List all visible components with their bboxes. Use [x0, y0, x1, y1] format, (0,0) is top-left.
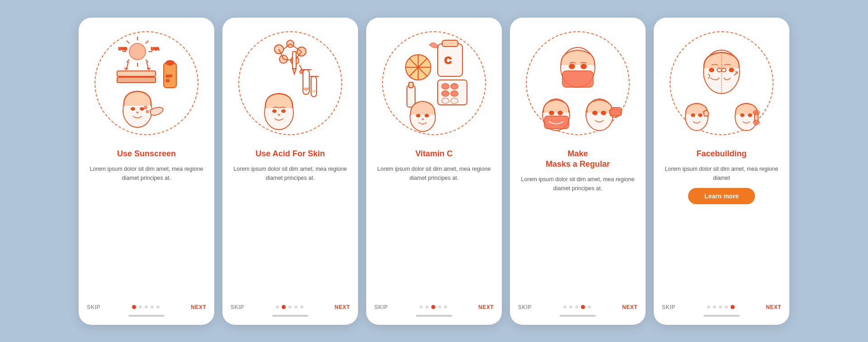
svg-point-22 [144, 106, 147, 109]
svg-point-42 [273, 110, 276, 112]
dot-4-active [581, 305, 585, 309]
illustration-area-5 [654, 18, 789, 149]
illustration-facebuilding [667, 27, 776, 144]
dots-3 [420, 305, 447, 309]
content-area-2: Use Acid For Skin Lorem ipsum dolor sit … [222, 149, 358, 300]
next-button-4[interactable]: NEXT [622, 304, 637, 310]
svg-point-53 [451, 98, 458, 103]
svg-point-78 [709, 68, 714, 72]
skip-button-2[interactable]: SKIP [231, 304, 244, 310]
card-body-2: Lorem ipsum dolor sit dim amet, mea regi… [232, 164, 348, 183]
dots-5 [707, 305, 735, 309]
illustration-area-1: UVB UVA SPF 50 [79, 18, 214, 149]
svg-point-48 [442, 84, 449, 89]
svg-point-49 [451, 84, 458, 89]
illustration-acid [236, 27, 344, 144]
dot-3-2 [425, 305, 429, 309]
svg-rect-14 [117, 77, 156, 83]
svg-text:C: C [444, 55, 452, 66]
dot-1-2 [139, 305, 142, 309]
svg-rect-39 [292, 52, 296, 69]
svg-rect-36 [311, 76, 316, 97]
content-area-3: Vitamin C Lorem ipsum dolor sit dim amet… [366, 149, 502, 300]
svg-line-7 [146, 41, 148, 43]
illustration-masks [524, 27, 632, 144]
learn-more-button[interactable]: Learn more [688, 188, 755, 204]
dot-1-4 [151, 305, 154, 309]
svg-line-5 [127, 41, 129, 43]
svg-rect-60 [409, 82, 413, 88]
illustration-sunscreen: UVB UVA SPF 50 [92, 27, 201, 144]
skip-button-3[interactable]: SKIP [374, 304, 388, 310]
content-area-1: Use Sunscreen Lorem ipsum dolor sit dim … [79, 149, 214, 300]
svg-point-73 [593, 111, 597, 115]
svg-point-0 [129, 43, 146, 60]
dot-1-3 [145, 305, 148, 309]
bottom-bar-4 [560, 315, 596, 317]
dot-5-1 [707, 305, 710, 309]
svg-point-84 [691, 114, 695, 117]
svg-point-21 [140, 108, 144, 110]
card-title-1: Use Sunscreen [117, 149, 176, 159]
screen-5: Facebuilding Lorem ipsum dolor sit dim a… [654, 18, 789, 325]
svg-rect-71 [544, 116, 569, 129]
skip-button-4[interactable]: SKIP [518, 304, 532, 310]
card-body-1: Lorem ipsum dolor sit dim amet, mea regi… [89, 164, 204, 183]
next-button-1[interactable]: NEXT [191, 304, 206, 310]
svg-point-81 [729, 68, 734, 72]
svg-text:SPF: SPF [166, 75, 172, 78]
screens-container: UVB UVA SPF 50 [79, 18, 789, 325]
dot-3-5 [444, 305, 447, 309]
nav-bar-1: SKIP NEXT [79, 300, 214, 310]
svg-point-90 [753, 110, 760, 115]
illustration-vitaminc: C [380, 27, 488, 144]
svg-rect-65 [562, 71, 593, 87]
svg-point-52 [442, 98, 449, 103]
skip-button-1[interactable]: SKIP [87, 304, 100, 310]
svg-point-74 [601, 111, 606, 115]
next-button-2[interactable]: NEXT [335, 304, 350, 310]
next-button-5[interactable]: NEXT [766, 304, 781, 310]
dot-5-3 [719, 305, 722, 309]
card-title-5: Facebuilding [696, 149, 746, 159]
illustration-area-2 [222, 18, 358, 149]
dot-3-active [431, 305, 435, 309]
dot-2-5 [300, 305, 303, 309]
dot-2-1 [276, 305, 279, 309]
dots-4 [563, 305, 591, 309]
dot-2-3 [288, 305, 292, 309]
illustration-area-4 [510, 18, 646, 149]
screen-4: Make Masks a Regular Lorem ipsum dolor s… [510, 18, 646, 325]
svg-point-38 [300, 70, 303, 74]
svg-point-51 [451, 91, 458, 96]
svg-point-16 [166, 61, 174, 65]
bottom-bar-2 [272, 315, 308, 317]
svg-text:UVA: UVA [151, 47, 160, 51]
dot-4-2 [569, 305, 572, 309]
svg-text:50: 50 [166, 79, 170, 82]
svg-point-70 [558, 111, 562, 115]
svg-rect-13 [117, 71, 156, 76]
svg-rect-59 [407, 85, 415, 107]
next-button-3[interactable]: NEXT [478, 304, 494, 310]
dot-1-active [132, 305, 136, 309]
svg-point-23 [146, 110, 149, 112]
nav-bar-4: SKIP NEXT [510, 300, 646, 310]
svg-point-87 [741, 114, 744, 117]
content-area-4: Make Masks a Regular Lorem ipsum dolor s… [510, 149, 646, 300]
nav-bar-2: SKIP NEXT [222, 300, 358, 310]
skip-button-5[interactable]: SKIP [662, 304, 675, 310]
svg-point-66 [569, 64, 575, 69]
svg-point-63 [425, 114, 429, 117]
dot-1-5 [156, 305, 160, 309]
svg-point-91 [753, 120, 760, 125]
card-body-4: Lorem ipsum dolor sit dim amet, mea regi… [520, 175, 636, 193]
dot-2-4 [294, 305, 297, 309]
svg-point-67 [581, 64, 586, 69]
screen-2: Use Acid For Skin Lorem ipsum dolor sit … [222, 18, 358, 325]
dot-5-active [731, 305, 735, 309]
svg-rect-45 [442, 40, 458, 47]
dot-4-5 [588, 305, 591, 309]
svg-point-50 [442, 91, 449, 96]
svg-text:UVB: UVB [118, 47, 127, 51]
